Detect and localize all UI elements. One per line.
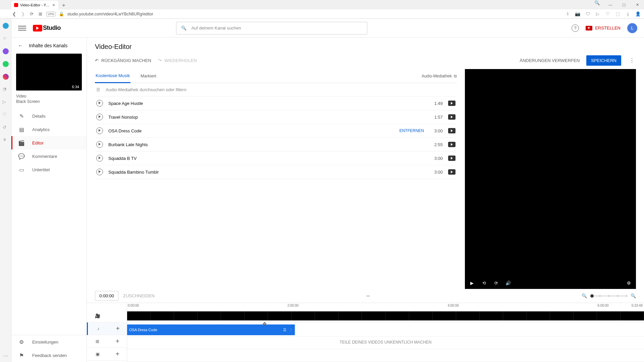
camera-icon[interactable]: 📷 bbox=[575, 11, 580, 17]
window-close-icon[interactable]: ✕ bbox=[631, 0, 644, 9]
addins-icon[interactable]: ⇩ bbox=[565, 11, 570, 17]
tiles-icon[interactable]: ⊞ bbox=[38, 11, 43, 17]
download-icon[interactable]: ⭳ bbox=[625, 11, 631, 17]
lock-icon[interactable]: 🔒 bbox=[59, 11, 64, 17]
vpn-badge[interactable]: VPN bbox=[46, 12, 55, 16]
heart-icon[interactable]: ♡ bbox=[605, 11, 610, 17]
window-maximize-icon[interactable]: ▢ bbox=[617, 0, 631, 9]
shield-icon[interactable]: 🛡 bbox=[585, 11, 590, 17]
browser-tab[interactable]: Video-Editor - YouTube St… × bbox=[11, 1, 58, 9]
send-icon[interactable]: ▷ bbox=[595, 11, 600, 17]
new-tab-button[interactable]: + bbox=[60, 1, 68, 9]
window-minimize-icon[interactable]: — bbox=[604, 0, 617, 9]
browser-chrome: Video-Editor - YouTube St… × + 🔍 — ▢ ✕ ❮… bbox=[0, 0, 644, 19]
close-tab-icon[interactable]: × bbox=[52, 3, 56, 7]
reload-icon[interactable]: ⟳ bbox=[29, 11, 34, 17]
address-bar: ❮ ❯ ⟳ ⊞ VPN 🔒 studio.youtube.com/video/4… bbox=[0, 9, 644, 18]
tab-title: Video-Editor - YouTube St… bbox=[20, 3, 50, 7]
youtube-favicon bbox=[14, 3, 18, 7]
url-text[interactable]: studio.youtube.com/video/4LwYBcN6URg/edi… bbox=[67, 12, 561, 16]
profile-icon[interactable]: 👤 bbox=[635, 11, 641, 17]
cube-icon[interactable]: ⬚ bbox=[615, 11, 621, 17]
browser-search-icon[interactable]: 🔍 bbox=[590, 0, 604, 5]
nav-forward-icon[interactable]: ❯ bbox=[20, 11, 25, 17]
nav-back-icon[interactable]: ❮ bbox=[11, 11, 17, 17]
tab-bar: Video-Editor - YouTube St… × + 🔍 — ▢ ✕ bbox=[0, 0, 644, 9]
window-controls: 🔍 — ▢ ✕ bbox=[590, 0, 644, 9]
